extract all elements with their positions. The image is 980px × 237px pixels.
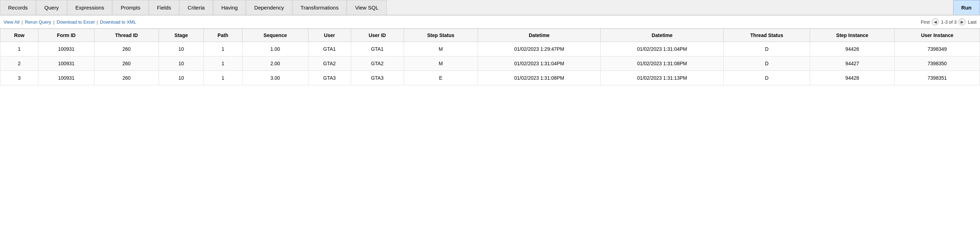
- col-header-thread-status: Thread Status: [723, 29, 810, 42]
- cell-row3-col13: 7398351: [895, 71, 980, 85]
- separator-1: |: [22, 19, 22, 25]
- cell-row3-col11: D: [723, 71, 810, 85]
- cell-row1-col11: D: [723, 42, 810, 56]
- cell-row3-col8: E: [404, 71, 478, 85]
- toolbar-right: First ◀ 1-3 of 3 ▶ Last: [921, 18, 977, 25]
- col-header-sequence: Sequence: [242, 29, 308, 42]
- tab-criteria[interactable]: Criteria: [180, 0, 213, 15]
- cell-row3-col2: 260: [94, 71, 159, 85]
- cell-row2-col1: 100931: [38, 56, 94, 71]
- cell-row3-col5: 3.00: [242, 71, 308, 85]
- separator-3: |: [97, 19, 98, 25]
- toolbar: View All | Rerun Query | Download to Exc…: [0, 16, 980, 29]
- col-header-datetime2: Datetime: [601, 29, 724, 42]
- col-header-thread-id: Thread ID: [94, 29, 159, 42]
- cell-row2-col4: 1: [204, 56, 242, 71]
- col-header-stage: Stage: [159, 29, 204, 42]
- col-header-user: User: [308, 29, 351, 42]
- cell-row1-col0: 1: [0, 42, 38, 56]
- col-header-step-status: Step Status: [404, 29, 478, 42]
- pagination-info: 1-3 of 3: [941, 19, 956, 25]
- cell-row2-col7: GTA2: [351, 56, 404, 71]
- download-xml-link[interactable]: Download to XML: [100, 19, 137, 25]
- tab-query[interactable]: Query: [36, 0, 67, 15]
- cell-row3-col4: 1: [204, 71, 242, 85]
- download-excel-link[interactable]: Download to Excel: [57, 19, 95, 25]
- cell-row1-col12: 94426: [810, 42, 895, 56]
- cell-row3-col6: GTA3: [308, 71, 351, 85]
- data-table-wrapper: Row Form ID Thread ID Stage Path Sequenc…: [0, 29, 980, 85]
- table-header-row: Row Form ID Thread ID Stage Path Sequenc…: [0, 29, 980, 42]
- cell-row1-col6: GTA1: [308, 42, 351, 56]
- cell-row1-col7: GTA1: [351, 42, 404, 56]
- cell-row2-col2: 260: [94, 56, 159, 71]
- cell-row1-col9: 01/02/2023 1:29:47PM: [478, 42, 601, 56]
- cell-row1-col5: 1.00: [242, 42, 308, 56]
- table-row: 11009312601011.00GTA1GTA1M01/02/2023 1:2…: [0, 42, 980, 56]
- cell-row2-col9: 01/02/2023 1:31:04PM: [478, 56, 601, 71]
- cell-row1-col4: 1: [204, 42, 242, 56]
- cell-row1-col10: 01/02/2023 1:31:04PM: [601, 42, 724, 56]
- col-header-datetime1: Datetime: [478, 29, 601, 42]
- tab-view-sql[interactable]: View SQL: [347, 0, 387, 15]
- table-row: 31009312601013.00GTA3GTA3E01/02/2023 1:3…: [0, 71, 980, 85]
- tab-run[interactable]: Run: [953, 0, 980, 15]
- cell-row3-col12: 94428: [810, 71, 895, 85]
- cell-row2-col6: GTA2: [308, 56, 351, 71]
- col-header-row: Row: [0, 29, 38, 42]
- cell-row1-col1: 100931: [38, 42, 94, 56]
- cell-row3-col10: 01/02/2023 1:31:13PM: [601, 71, 724, 85]
- col-header-form-id: Form ID: [38, 29, 94, 42]
- cell-row3-col1: 100931: [38, 71, 94, 85]
- cell-row2-col10: 01/02/2023 1:31:08PM: [601, 56, 724, 71]
- cell-row2-col5: 2.00: [242, 56, 308, 71]
- col-header-user-instance: User Instance: [895, 29, 980, 42]
- tab-dependency[interactable]: Dependency: [246, 0, 292, 15]
- col-header-path: Path: [204, 29, 242, 42]
- cell-row2-col3: 10: [159, 56, 204, 71]
- last-label: Last: [968, 19, 977, 25]
- cell-row2-col11: D: [723, 56, 810, 71]
- prev-page-button[interactable]: ◀: [932, 18, 939, 25]
- cell-row2-col12: 94427: [810, 56, 895, 71]
- cell-row1-col13: 7398349: [895, 42, 980, 56]
- cell-row3-col0: 3: [0, 71, 38, 85]
- cell-row3-col3: 10: [159, 71, 204, 85]
- cell-row2-col13: 7398350: [895, 56, 980, 71]
- cell-row3-col9: 01/02/2023 1:31:08PM: [478, 71, 601, 85]
- cell-row2-col8: M: [404, 56, 478, 71]
- col-header-step-instance: Step Instance: [810, 29, 895, 42]
- tab-having[interactable]: Having: [213, 0, 246, 15]
- separator-2: |: [53, 19, 54, 25]
- cell-row2-col0: 2: [0, 56, 38, 71]
- cell-row1-col8: M: [404, 42, 478, 56]
- tab-prompts[interactable]: Prompts: [113, 0, 148, 15]
- tab-records[interactable]: Records: [0, 0, 36, 15]
- cell-row3-col7: GTA3: [351, 71, 404, 85]
- toolbar-left: View All | Rerun Query | Download to Exc…: [3, 19, 136, 25]
- tab-expressions[interactable]: Expressions: [67, 0, 113, 15]
- data-table: Row Form ID Thread ID Stage Path Sequenc…: [0, 29, 980, 85]
- rerun-query-link[interactable]: Rerun Query: [25, 19, 51, 25]
- tab-transformations[interactable]: Transformations: [293, 0, 347, 15]
- col-header-user-id: User ID: [351, 29, 404, 42]
- tab-fields[interactable]: Fields: [149, 0, 179, 15]
- cell-row1-col3: 10: [159, 42, 204, 56]
- table-row: 21009312601012.00GTA2GTA2M01/02/2023 1:3…: [0, 56, 980, 71]
- view-all-link[interactable]: View All: [3, 19, 19, 25]
- tab-bar: Records Query Expressions Prompts Fields…: [0, 0, 980, 16]
- cell-row1-col2: 260: [94, 42, 159, 56]
- next-page-button[interactable]: ▶: [958, 18, 966, 25]
- first-label: First: [921, 19, 929, 25]
